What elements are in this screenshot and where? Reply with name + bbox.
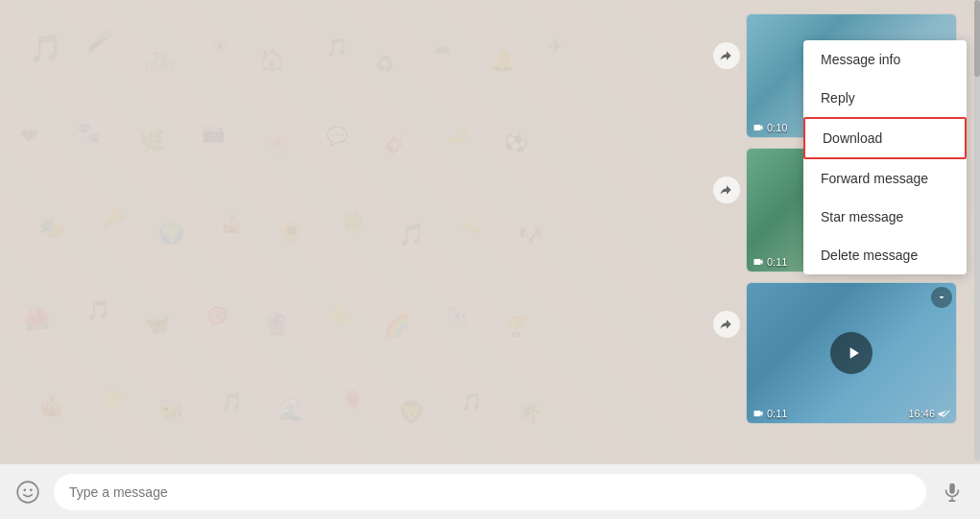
svg-point-46	[17, 482, 38, 503]
input-bar	[0, 463, 980, 519]
video-duration-1: 0:10	[753, 122, 787, 133]
play-button-3[interactable]	[830, 332, 872, 374]
scrollbar-thumb[interactable]	[974, 0, 980, 77]
context-menu-download[interactable]: Download	[803, 117, 967, 159]
message-row: 0:11 16:46	[15, 282, 957, 428]
context-menu-delete[interactable]: Delete message	[803, 236, 967, 274]
svg-point-47	[23, 488, 26, 491]
scrollbar[interactable]	[974, 0, 980, 460]
forward-button-3[interactable]	[713, 311, 740, 338]
video-message-3[interactable]: 0:11 16:46	[746, 282, 957, 424]
video-duration-2: 0:11	[753, 256, 787, 268]
context-menu-forward[interactable]: Forward message	[803, 159, 967, 198]
forward-button-1[interactable]	[713, 42, 740, 69]
microphone-button[interactable]	[938, 478, 967, 507]
svg-rect-49	[949, 483, 955, 493]
forward-button-2[interactable]	[713, 177, 740, 203]
svg-point-48	[30, 488, 33, 491]
context-menu-star[interactable]: Star message	[803, 198, 967, 236]
context-menu-reply[interactable]: Reply	[803, 79, 967, 117]
video-time-3: 16:46	[908, 408, 950, 419]
context-menu: Message info Reply Download Forward mess…	[803, 40, 967, 274]
message-input[interactable]	[54, 474, 926, 510]
emoji-button[interactable]	[13, 478, 42, 507]
context-menu-message-info[interactable]: Message info	[803, 40, 967, 79]
video-duration-3: 0:11	[753, 408, 787, 419]
chevron-down-button-3[interactable]	[931, 287, 952, 308]
